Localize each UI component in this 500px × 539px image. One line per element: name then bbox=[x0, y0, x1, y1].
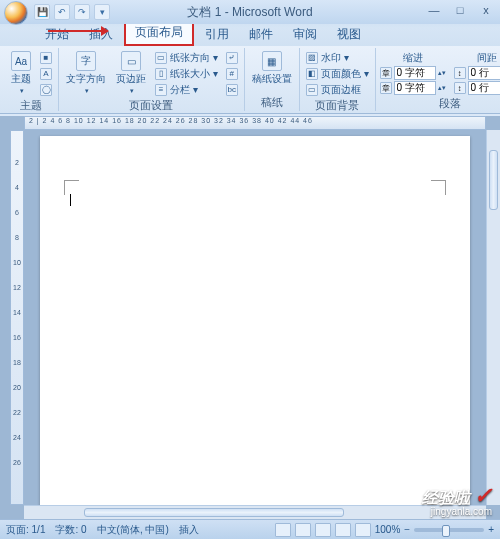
indent-right-spinner[interactable]: 章▴▾ bbox=[380, 81, 446, 95]
margins-icon: ▭ bbox=[121, 51, 141, 71]
vertical-ruler[interactable]: 2 4 6 8 10 12 14 16 18 20 22 24 26 bbox=[10, 130, 24, 505]
scrollbar-thumb[interactable] bbox=[489, 150, 498, 210]
close-button[interactable]: x bbox=[476, 2, 496, 18]
indent-left-input[interactable] bbox=[394, 66, 436, 80]
size-icon: ▯ bbox=[155, 68, 167, 80]
effects-icon: ◯ bbox=[40, 84, 52, 96]
indent-header: 缩进 bbox=[380, 50, 446, 65]
status-bar: 页面: 1/1 字数: 0 中文(简体, 中国) 插入 100% − + bbox=[0, 519, 500, 539]
page-color-icon: ◧ bbox=[306, 68, 318, 80]
indent-left-spinner[interactable]: 章▴▾ bbox=[380, 66, 446, 80]
manuscript-button[interactable]: ▦ 稿纸设置 bbox=[249, 50, 295, 87]
redo-icon[interactable]: ↷ bbox=[74, 4, 90, 20]
colors-icon: ■ bbox=[40, 52, 52, 64]
minimize-button[interactable]: — bbox=[424, 2, 444, 18]
chevron-down-icon: ▾ bbox=[130, 87, 134, 95]
group-label-page-background: 页面背景 bbox=[304, 97, 371, 114]
tab-references[interactable]: 引用 bbox=[196, 23, 238, 46]
zoom-level[interactable]: 100% bbox=[375, 524, 401, 535]
hyphenation-icon: bc bbox=[226, 84, 238, 96]
spacing-before-spinner[interactable]: ↕▴▾ bbox=[454, 66, 500, 80]
spacing-header: 间距 bbox=[454, 50, 500, 65]
view-web-button[interactable] bbox=[315, 523, 331, 537]
group-paragraph: 缩进 章▴▾ 章▴▾ 间距 ↕▴▾ ↕▴▾ 段落 bbox=[376, 48, 500, 111]
text-cursor bbox=[70, 194, 71, 206]
line-numbers-button[interactable]: # bbox=[224, 66, 240, 81]
quick-access-toolbar: 💾 ↶ ↷ ▾ bbox=[34, 4, 110, 20]
breaks-button[interactable]: ⤶ bbox=[224, 50, 240, 65]
theme-effects-button[interactable]: ◯ bbox=[38, 82, 54, 97]
columns-icon: ≡ bbox=[155, 84, 167, 96]
view-fullscreen-button[interactable] bbox=[295, 523, 311, 537]
group-label-page-setup: 页面设置 bbox=[63, 97, 240, 114]
watermark-url: jingyanla.com bbox=[431, 507, 492, 517]
spacing-after-spinner[interactable]: ↕▴▾ bbox=[454, 81, 500, 95]
status-mode[interactable]: 插入 bbox=[179, 523, 199, 537]
window-controls: — □ x bbox=[424, 2, 496, 18]
status-words[interactable]: 字数: 0 bbox=[55, 523, 86, 537]
document-page[interactable] bbox=[40, 136, 470, 505]
zoom-out-button[interactable]: − bbox=[404, 524, 410, 535]
columns-button[interactable]: ≡分栏 ▾ bbox=[153, 82, 220, 97]
maximize-button[interactable]: □ bbox=[450, 2, 470, 18]
status-page[interactable]: 页面: 1/1 bbox=[6, 523, 45, 537]
office-button[interactable] bbox=[4, 1, 28, 25]
status-language[interactable]: 中文(简体, 中国) bbox=[97, 523, 169, 537]
orientation-button[interactable]: ▭纸张方向 ▾ bbox=[153, 50, 220, 65]
watermark-button[interactable]: ▨水印 ▾ bbox=[304, 50, 371, 65]
tab-mailings[interactable]: 邮件 bbox=[240, 23, 282, 46]
view-print-layout-button[interactable] bbox=[275, 523, 291, 537]
margins-button[interactable]: ▭ 页边距 ▾ bbox=[113, 50, 149, 96]
indent-left-icon: 章 bbox=[380, 67, 392, 79]
indent-right-input[interactable] bbox=[394, 81, 436, 95]
page-border-button[interactable]: ▭页面边框 bbox=[304, 82, 371, 97]
themes-label: 主题 bbox=[11, 72, 31, 86]
tab-home[interactable]: 开始 bbox=[36, 23, 78, 46]
group-label-manuscript: 稿纸 bbox=[249, 94, 295, 111]
group-label-themes: 主题 bbox=[8, 97, 54, 114]
spacing-before-input[interactable] bbox=[468, 66, 500, 80]
tab-view[interactable]: 视图 bbox=[328, 23, 370, 46]
vertical-scrollbar[interactable] bbox=[486, 130, 500, 505]
view-outline-button[interactable] bbox=[335, 523, 351, 537]
group-label-paragraph: 段落 bbox=[380, 95, 500, 112]
scrollbar-thumb[interactable] bbox=[84, 508, 344, 517]
indent-right-icon: 章 bbox=[380, 82, 392, 94]
check-icon: ✓ bbox=[474, 483, 492, 508]
save-icon[interactable]: 💾 bbox=[34, 4, 50, 20]
ribbon-tabs: 开始 插入 页面布局 引用 邮件 审阅 视图 bbox=[0, 24, 500, 46]
text-direction-button[interactable]: 字 文字方向 ▾ bbox=[63, 50, 109, 96]
zoom-in-button[interactable]: + bbox=[488, 524, 494, 535]
spacing-after-input[interactable] bbox=[468, 81, 500, 95]
tab-review[interactable]: 审阅 bbox=[284, 23, 326, 46]
text-direction-icon: 字 bbox=[76, 51, 96, 71]
stepper-icon[interactable]: ▴▾ bbox=[438, 69, 446, 77]
page-viewport[interactable] bbox=[24, 130, 486, 505]
app-window: 💾 ↶ ↷ ▾ 文档 1 - Microsoft Word — □ x 开始 插… bbox=[0, 0, 500, 539]
size-button[interactable]: ▯纸张大小 ▾ bbox=[153, 66, 220, 81]
stepper-icon[interactable]: ▴▾ bbox=[438, 84, 446, 92]
horizontal-scrollbar[interactable] bbox=[24, 505, 486, 519]
page-color-button[interactable]: ◧页面颜色 ▾ bbox=[304, 66, 371, 81]
horizontal-ruler[interactable]: 2 | 2 4 6 8 10 12 14 16 18 20 22 24 26 2… bbox=[24, 116, 486, 130]
watermark-brand: 经验啦 bbox=[422, 489, 470, 506]
theme-fonts-button[interactable]: A bbox=[38, 66, 54, 81]
chevron-down-icon: ▾ bbox=[20, 87, 24, 95]
orientation-icon: ▭ bbox=[155, 52, 167, 64]
themes-icon: Aa bbox=[11, 51, 31, 71]
qat-more-icon[interactable]: ▾ bbox=[94, 4, 110, 20]
annotation-arrow bbox=[48, 30, 108, 32]
group-themes: Aa 主题 ▾ ■ A ◯ 主题 bbox=[4, 48, 59, 111]
theme-colors-button[interactable]: ■ bbox=[38, 50, 54, 65]
hyphenation-button[interactable]: bc bbox=[224, 82, 240, 97]
document-area: 2 | 2 4 6 8 10 12 14 16 18 20 22 24 26 2… bbox=[0, 116, 500, 519]
zoom-slider[interactable] bbox=[414, 528, 484, 532]
ribbon: Aa 主题 ▾ ■ A ◯ 主题 字 文字方向 ▾ bbox=[0, 46, 500, 114]
view-draft-button[interactable] bbox=[355, 523, 371, 537]
spacing-after-icon: ↕ bbox=[454, 82, 466, 94]
fonts-icon: A bbox=[40, 68, 52, 80]
page-border-icon: ▭ bbox=[306, 84, 318, 96]
undo-icon[interactable]: ↶ bbox=[54, 4, 70, 20]
themes-button[interactable]: Aa 主题 ▾ bbox=[8, 50, 34, 96]
manuscript-icon: ▦ bbox=[262, 51, 282, 71]
